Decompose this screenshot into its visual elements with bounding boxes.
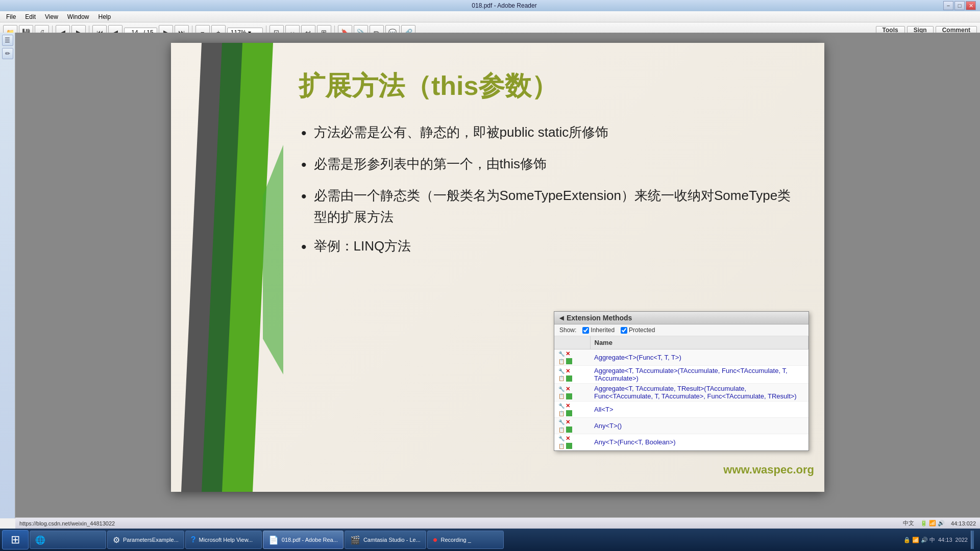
start-button[interactable]: ⊞ [2, 530, 29, 549]
menu-help[interactable]: Help [94, 12, 115, 21]
table-row: 🔧 ✕ 📋 Any<T>(Func<T, Boolean>) [554, 434, 808, 450]
inherited-label: Inherited [591, 327, 615, 334]
method-icons-6: 🔧 ✕ 📋 [554, 434, 590, 450]
status-time: 44:13:022 [951, 520, 976, 527]
panel-title-text: Extension Methods [567, 314, 632, 322]
menu-edit[interactable]: Edit [21, 12, 40, 21]
slide-title: 扩展方法（this参数） [299, 68, 804, 104]
tray-time: 44:13 [938, 537, 952, 543]
bullet-text-4: 举例：LINQ方法 [314, 236, 411, 257]
recording-label: Recording _ [440, 537, 498, 543]
bullet-item-3: 必需由一个静态类（一般类名为SomeTypeExtension）来统一收纳对So… [301, 185, 804, 228]
method-text-6: Any<T>(Func<T, Boolean>) [594, 438, 676, 446]
taskbar-item-camtasia[interactable]: 🎬 Camtasia Studio - Le... [345, 531, 426, 549]
status-icons: 🔋 📶 🔊 [920, 520, 945, 527]
hand-tool-button[interactable]: ☰ [2, 35, 13, 46]
taskbar: ⊞ 🌐 ⚙ ParametersExample... ? Microsoft H… [0, 529, 980, 551]
table-row: 🔧 ✕ 📋 Aggregate<T>(Func<T, T, T>) [554, 349, 808, 366]
table-row: 🔧 ✕ 📋 Any<T>() [554, 418, 808, 434]
method-name-2: Aggregate<T, TAccumulate>(TAccumulate, F… [590, 366, 808, 384]
title-bar: 018.pdf - Adobe Reader − □ ✕ [0, 0, 980, 11]
taskbar-item-params[interactable]: ⚙ ParametersExample... [107, 531, 184, 549]
windows-icon: ⊞ [11, 533, 20, 546]
panel-show-bar: Show: Inherited Protected [554, 324, 808, 336]
camtasia-icon: 🎬 [350, 535, 360, 545]
params-label: ParametersExample... [123, 537, 179, 543]
adobe-icon: 📄 [268, 535, 279, 545]
params-icon: ⚙ [113, 535, 120, 545]
show-desktop-btn[interactable] [971, 531, 974, 549]
tray-icons: 🔒 📶 🔊 中 [903, 536, 935, 544]
col-name: Name [590, 336, 808, 349]
adobe-label: 018.pdf - Adobe Rea... [282, 537, 338, 543]
method-name-6: Any<T>(Func<T, Boolean>) [590, 434, 808, 450]
camtasia-label: Camtasia Studio - Le... [363, 537, 421, 543]
status-url: https://blog.csdn.net/weixin_44813022 [19, 520, 115, 527]
inherited-checkbox[interactable] [582, 327, 589, 334]
title-bar-title: 018.pdf - Adobe Reader [65, 2, 943, 9]
col-icons [554, 336, 590, 349]
watermark: www.waspec.org [723, 463, 814, 477]
method-text-1: Aggregate<T>(Func<T, T, T>) [594, 354, 681, 361]
method-icons-4: 🔧 ✕ 📋 [554, 402, 590, 418]
method-icons-1: 🔧 ✕ 📋 [554, 349, 590, 366]
inherited-checkbox-label: Inherited [582, 327, 615, 334]
status-right: 中文 🔋 📶 🔊 44:13:022 [903, 519, 976, 527]
panel-title: Extension Methods [554, 312, 808, 324]
side-toolbar: ☰ ✏ [0, 33, 15, 518]
taskbar-item-recording[interactable]: ● Recording _ [427, 531, 504, 549]
minimize-button[interactable]: − [943, 1, 953, 10]
method-name-5: Any<T>() [590, 418, 808, 434]
table-header-row: Name [554, 336, 808, 349]
method-icons-3: 🔧 ✕ 📋 [554, 384, 590, 402]
slide-decoration [171, 43, 283, 492]
bullet-text-1: 方法必需是公有、静态的，即被public static所修饰 [314, 122, 609, 143]
show-label: Show: [559, 327, 576, 334]
protected-checkbox[interactable] [621, 327, 627, 334]
tray-date: 2022 [955, 537, 968, 543]
methods-table: Name 🔧 ✕ 📋 [554, 336, 808, 450]
menu-window[interactable]: Window [63, 12, 93, 21]
status-bar: https://blog.csdn.net/weixin_44813022 中文… [15, 517, 980, 529]
main-content-area: 扩展方法（this参数） 方法必需是公有、静态的，即被public static… [15, 33, 980, 529]
extension-methods-panel: Extension Methods Show: Inherited Protec… [554, 311, 809, 451]
help-label: Microsoft Help View... [199, 537, 256, 543]
table-row: 🔧 ✕ 📋 Aggregate<T, TAccumulate>(TAccumul… [554, 366, 808, 384]
method-text-3: Aggregate<T, TAccumulate, TResult>(TAccu… [594, 385, 797, 400]
table-row: 🔧 ✕ 📋 All<T> [554, 402, 808, 418]
method-text-5: Any<T>() [594, 422, 622, 430]
table-row: 🔧 ✕ 📋 Aggregate<T, TAccumulate, TResult>… [554, 384, 808, 402]
bullet-list: 方法必需是公有、静态的，即被public static所修饰 必需是形参列表中的… [301, 122, 804, 259]
pdf-slide: 扩展方法（this参数） 方法必需是公有、静态的，即被public static… [171, 43, 824, 492]
method-icons-5: 🔧 ✕ 📋 [554, 418, 590, 434]
help-icon: ? [191, 535, 196, 544]
status-lang: 中文 [903, 519, 914, 527]
method-text-2: Aggregate<T, TAccumulate>(TAccumulate, F… [594, 367, 788, 382]
method-text-4: All<T> [594, 406, 614, 413]
slide-content: 方法必需是公有、静态的，即被public static所修饰 必需是形参列表中的… [301, 122, 804, 267]
taskbar-item-help[interactable]: ? Microsoft Help View... [185, 531, 262, 549]
bullet-item-4: 举例：LINQ方法 [301, 236, 804, 259]
close-button[interactable]: ✕ [966, 1, 976, 10]
bullet-text-2: 必需是形参列表中的第一个，由this修饰 [314, 154, 547, 175]
title-bar-controls: − □ ✕ [943, 1, 976, 10]
protected-checkbox-label: Protected [621, 327, 655, 334]
bullet-item-2: 必需是形参列表中的第一个，由this修饰 [301, 154, 804, 177]
method-name-3: Aggregate<T, TAccumulate, TResult>(TAccu… [590, 384, 808, 402]
taskbar-item-adobe[interactable]: 📄 018.pdf - Adobe Rea... [263, 531, 344, 549]
protected-label: Protected [629, 327, 655, 334]
bullet-item-1: 方法必需是公有、静态的，即被public static所修饰 [301, 122, 804, 145]
bullet-text-3: 必需由一个静态类（一般类名为SomeTypeExtension）来统一收纳对So… [314, 185, 804, 228]
menu-file[interactable]: File [2, 12, 20, 21]
menu-bar: File Edit View Window Help [0, 11, 980, 22]
method-icons-2: 🔧 ✕ 📋 [554, 366, 590, 384]
select-tool-button[interactable]: ✏ [2, 48, 13, 59]
method-name-1: Aggregate<T>(Func<T, T, T>) [590, 349, 808, 366]
recording-icon: ● [433, 535, 438, 544]
taskbar-item-browser[interactable]: 🌐 [30, 531, 106, 549]
system-tray: 🔒 📶 🔊 中 44:13 2022 [903, 531, 978, 549]
method-name-4: All<T> [590, 402, 808, 418]
browser-icon: 🌐 [35, 535, 45, 545]
menu-view[interactable]: View [41, 12, 62, 21]
maximize-button[interactable]: □ [954, 1, 965, 10]
